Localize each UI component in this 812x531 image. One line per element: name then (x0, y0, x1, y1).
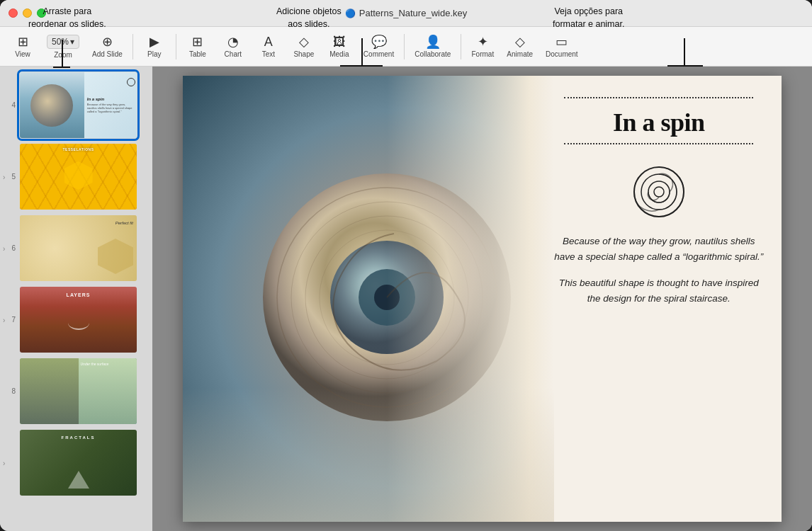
main-content: 4 In a spin Because of the way they grow… (0, 67, 812, 531)
chart-icon: ◔ (227, 35, 239, 48)
titlebar: 🔵 Patterns_Nature_wide.key (0, 0, 812, 27)
view-label: View (15, 50, 30, 58)
bottom-dotted-line (554, 143, 764, 144)
format-icon: ✦ (478, 35, 488, 48)
media-icon: 🖼 (333, 35, 346, 48)
slide-item-4[interactable]: 4 In a spin Because of the way they grow… (0, 69, 152, 141)
table-button[interactable]: ⊞ Table (181, 33, 215, 61)
slide-thumbnail-8[interactable]: Under the surface (20, 358, 137, 424)
slide-number-7: 7 (6, 316, 16, 324)
play-label: Play (147, 50, 161, 58)
format-label: Format (472, 50, 495, 58)
format-button[interactable]: ✦ Format (466, 33, 500, 61)
chevron-down-icon-6: › (3, 244, 5, 252)
slide-thumbnail-6[interactable]: Perfect fit (20, 215, 137, 281)
slide-item-6[interactable]: › 6 Perfect fit (0, 212, 152, 284)
slide-4-text: In a spin Because of the way they grow, … (84, 94, 137, 117)
slide-number-6: 6 (6, 244, 16, 252)
separator-2 (176, 34, 176, 59)
document-icon: ▭ (556, 35, 568, 48)
slide-8-left (20, 358, 79, 424)
shape-button[interactable]: ◇ Shape (287, 33, 321, 61)
slide-item-8[interactable]: 8 Under the surface (0, 355, 152, 427)
slide-7-title: LAYERS (67, 292, 91, 297)
spiral-icon (631, 164, 687, 223)
slide-number-5: 5 (6, 173, 16, 181)
slide-body-text-1: Because of the way they grow, nautilus s… (554, 234, 764, 264)
separator-4 (461, 34, 461, 59)
slide-item-7[interactable]: › 7 LAYERS (0, 284, 152, 355)
spiral-icon-thumb (127, 78, 135, 86)
slide-thumbnail-9[interactable]: FRACTALS (20, 430, 137, 496)
canvas-area[interactable]: In a spin (152, 67, 812, 531)
slide-background-image (183, 76, 554, 522)
toolbar: ⊞ View 50% ▾ Zoom ⊕ Add Slide ▶ Play ⊞ T… (0, 27, 812, 67)
text-label: Text (262, 50, 275, 58)
view-icon: ⊞ (18, 35, 28, 48)
animate-icon: ◇ (515, 35, 525, 48)
play-button[interactable]: ▶ Play (137, 33, 171, 61)
chart-button[interactable]: ◔ Chart (216, 33, 250, 61)
shape-icon: ◇ (299, 35, 309, 48)
slide-9-title: FRACTALS (62, 435, 96, 440)
view-button[interactable]: ⊞ View (6, 33, 40, 61)
animate-label: Animate (507, 50, 533, 58)
add-slide-button[interactable]: ⊕ Add Slide (86, 33, 128, 61)
slide-text-content: In a spin (536, 76, 782, 522)
separator-3 (404, 34, 405, 59)
comment-label: Comment (363, 50, 394, 58)
slide-item-5[interactable]: › 5 TESSELATIONS (0, 141, 152, 212)
collaborate-label: Collaborate (415, 50, 451, 58)
slide-panel[interactable]: 4 In a spin Because of the way they grow… (0, 67, 152, 531)
media-label: Media (329, 50, 349, 58)
window-title: 🔵 Patterns_Nature_wide.key (345, 8, 467, 18)
table-icon: ⊞ (192, 35, 203, 48)
add-slide-icon: ⊕ (102, 35, 113, 48)
zoom-label: Zoom (54, 51, 72, 59)
slide-canvas[interactable]: In a spin (183, 76, 782, 522)
comment-icon: 💬 (371, 35, 387, 48)
close-button[interactable] (9, 8, 18, 18)
slide-thumbnail-7[interactable]: LAYERS (20, 287, 137, 353)
slide-5-title: TESSELATIONS (63, 147, 94, 152)
zoom-control[interactable]: 50% ▾ (47, 35, 79, 49)
minimize-button[interactable] (23, 8, 32, 18)
play-icon: ▶ (150, 35, 159, 48)
traffic-lights (9, 8, 46, 18)
slide-8-title: Under the surface (81, 362, 109, 366)
slide-body-text-2: This beautiful shape is thought to have … (554, 275, 764, 306)
app-window: 🔵 Patterns_Nature_wide.key ⊞ View 50% ▾ … (0, 0, 812, 531)
slide-number-8: 8 (6, 387, 16, 395)
document-button[interactable]: ▭ Document (540, 33, 584, 61)
zoom-value: 50% (52, 37, 69, 47)
animate-button[interactable]: ◇ Animate (501, 33, 538, 61)
collaborate-button[interactable]: 👤 Collaborate (409, 33, 456, 61)
slide-thumbnail-4[interactable]: In a spin Because of the way they grow, … (20, 72, 137, 138)
chevron-down-icon-9: › (3, 459, 5, 467)
spiral-svg (631, 164, 687, 220)
zoom-button[interactable]: 50% ▾ Zoom (41, 32, 85, 62)
collaborate-icon: 👤 (425, 35, 441, 48)
window-title-text: Patterns_Nature_wide.key (359, 8, 467, 18)
add-slide-label: Add Slide (92, 50, 123, 58)
separator-1 (132, 34, 133, 59)
slide-thumbnail-5[interactable]: TESSELATIONS (20, 144, 137, 210)
slide-4-image (20, 72, 84, 138)
comment-button[interactable]: 💬 Comment (358, 33, 400, 61)
slide-8-right: Under the surface (79, 358, 137, 424)
table-label: Table (189, 50, 206, 58)
top-dotted-line (554, 97, 764, 98)
svg-point-11 (654, 187, 664, 197)
document-label: Document (546, 50, 578, 58)
chart-label: Chart (225, 50, 242, 58)
maximize-button[interactable] (37, 8, 46, 18)
chevron-down-icon-7: › (3, 316, 5, 324)
file-icon: 🔵 (345, 8, 356, 18)
slide-title[interactable]: In a spin (613, 108, 705, 137)
slide-item-9[interactable]: › FRACTALS (0, 427, 152, 498)
slide-6-title: Perfect fit (115, 221, 133, 225)
media-button[interactable]: 🖼 Media (322, 33, 356, 61)
shape-label: Shape (293, 50, 314, 58)
chevron-down-icon-5: › (3, 173, 5, 181)
text-button[interactable]: A Text (252, 33, 286, 61)
